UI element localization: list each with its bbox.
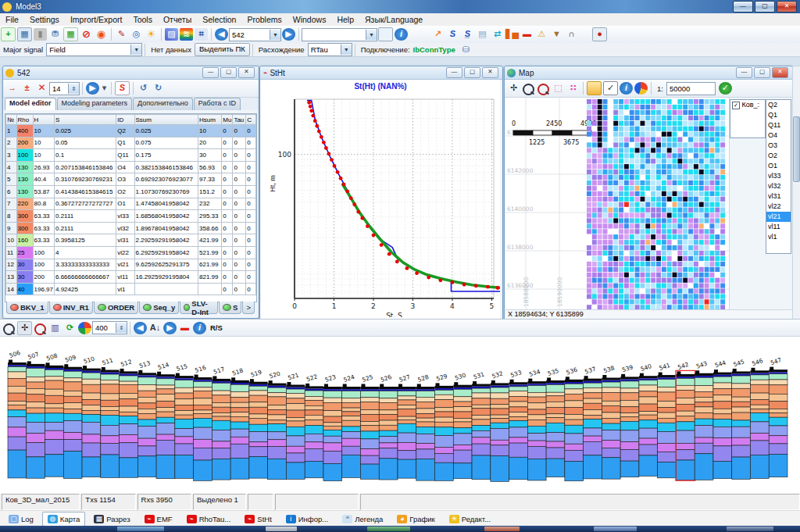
- maximize-button[interactable]: ▢: [220, 67, 237, 78]
- table-cell[interactable]: 0.025: [55, 125, 116, 137]
- table-cell[interactable]: 0: [233, 246, 246, 259]
- table-cell[interactable]: 0: [246, 149, 256, 162]
- table-cell[interactable]: [134, 283, 198, 295]
- table-cell[interactable]: 2: [6, 137, 17, 149]
- table-cell[interactable]: 621.99: [198, 259, 222, 271]
- major-signal-combobox[interactable]: Field ▼: [46, 43, 142, 56]
- table-cell[interactable]: 0: [233, 222, 246, 234]
- table-row[interactable]: 1016063.330.3958125vl312.292592919580424…: [6, 234, 256, 247]
- delete-icon[interactable]: ✕: [35, 82, 48, 95]
- map-group-item[interactable]: ✓ Ков_:: [730, 100, 765, 110]
- model-window-title-bar[interactable]: 542 — ▢ ✕: [3, 66, 259, 80]
- table-cell[interactable]: 63.33: [33, 234, 54, 247]
- taskbar-window-preview[interactable]: [117, 527, 164, 531]
- table-cell[interactable]: 0.1: [55, 149, 116, 162]
- table-cell[interactable]: 1.68568041958042: [134, 210, 198, 223]
- table-cell[interactable]: 0: [222, 234, 233, 247]
- next-model-icon[interactable]: ▶: [282, 28, 295, 41]
- table-cell[interactable]: 0: [246, 222, 256, 234]
- table-row[interactable]: 513040.40.310769230769231O30.69292307692…: [6, 173, 256, 186]
- map-layer-item-vl32[interactable]: vl32: [766, 181, 791, 191]
- section-zoom-spinner[interactable]: 400 ⇕: [92, 321, 127, 334]
- menu-item-selection[interactable]: Selection: [197, 14, 241, 25]
- swap-arrows-icon[interactable]: ⇄: [491, 28, 504, 41]
- table-cell[interactable]: vl33: [116, 210, 134, 223]
- spinner-arrows-icon[interactable]: ⇕: [68, 84, 79, 94]
- minimize-button[interactable]: —: [446, 67, 462, 78]
- table-cell[interactable]: 40.4: [33, 173, 54, 186]
- table-cell[interactable]: 521.99: [198, 246, 222, 259]
- taskbar-window-preview[interactable]: [266, 527, 297, 531]
- stop-icon[interactable]: ⊘: [80, 28, 93, 41]
- table-cell[interactable]: 0: [222, 259, 233, 271]
- table-cell[interactable]: 151.2: [198, 185, 222, 198]
- pencil-icon[interactable]: ✎: [115, 28, 128, 41]
- map-group-box[interactable]: ✓ Ков_:: [730, 99, 766, 138]
- s-table-icon[interactable]: S: [115, 81, 130, 95]
- table-cell[interactable]: 0: [246, 137, 256, 149]
- table-cell[interactable]: 0.207153846153846: [55, 161, 116, 173]
- close-button[interactable]: ✕: [772, 67, 788, 78]
- database-icon[interactable]: ⛃: [48, 28, 62, 41]
- scrollbar-thumb[interactable]: [793, 116, 800, 182]
- model-tab-0[interactable]: Model editor: [5, 98, 56, 110]
- table-cell[interactable]: O4: [116, 161, 134, 173]
- problem-tab-Seq_y[interactable]: Seq_y: [139, 302, 179, 314]
- column-header-Tau[interactable]: Tau: [233, 115, 246, 125]
- model-combobox[interactable]: 542 ▼: [229, 28, 281, 41]
- zoom-icon[interactable]: [522, 82, 535, 95]
- menu-item-help[interactable]: Help: [331, 14, 359, 25]
- table-cell[interactable]: 7: [6, 198, 17, 210]
- refresh-icon[interactable]: ⟳: [63, 322, 77, 334]
- map-layer-item-Q1[interactable]: Q1: [766, 110, 791, 120]
- table-cell[interactable]: O2: [116, 185, 134, 198]
- table-cell[interactable]: 0: [222, 222, 233, 234]
- redo-icon[interactable]: ↻: [152, 82, 165, 95]
- table-row[interactable]: 12301003.33333333333333vl219.62592625291…: [6, 259, 256, 271]
- remove-line-icon[interactable]: ▬: [178, 322, 191, 334]
- table-cell[interactable]: vl1: [116, 283, 134, 295]
- folder-icon[interactable]: [587, 81, 602, 95]
- table-cell[interactable]: vl21: [116, 259, 134, 271]
- table-cell[interactable]: 10: [33, 125, 54, 137]
- menu-item-язык-language[interactable]: Язык/Language: [359, 14, 428, 25]
- table-cell[interactable]: 1: [6, 125, 17, 137]
- divergence-combobox[interactable]: RTau ▼: [308, 43, 352, 56]
- maximize-button[interactable]: ▢: [464, 67, 480, 78]
- select-pk-button[interactable]: Выделить ПК: [195, 43, 250, 56]
- table-cell[interactable]: 0: [246, 234, 256, 247]
- problem-tab-S[interactable]: S: [219, 302, 241, 314]
- map-layer-item-vl31[interactable]: vl31: [766, 191, 791, 202]
- table-row[interactable]: 722080.80.367272727272727O11.47458041958…: [6, 198, 256, 210]
- checkbox-checked-icon[interactable]: ✓: [732, 102, 740, 109]
- table-cell[interactable]: 0: [222, 137, 233, 149]
- chevron-down-icon[interactable]: ▼: [366, 30, 377, 40]
- table-cell[interactable]: 0.382153846153846: [134, 161, 198, 173]
- table-cell[interactable]: 0: [233, 173, 246, 186]
- model-tab-2[interactable]: Дополнительно: [133, 98, 193, 110]
- rho-cell[interactable]: 220: [16, 198, 33, 210]
- table-cell[interactable]: 63.33: [33, 210, 54, 223]
- info-icon[interactable]: i: [395, 28, 408, 41]
- problem-tab-SLV-D-Int[interactable]: SLV-D-Int: [180, 302, 218, 314]
- table-cell[interactable]: 3.33333333333333: [55, 259, 116, 271]
- column-header-№[interactable]: №: [6, 115, 17, 125]
- table-cell[interactable]: 6.66666666666667: [55, 271, 116, 284]
- rho-cell[interactable]: 200: [16, 137, 33, 149]
- run-icon[interactable]: ▶: [86, 82, 99, 95]
- table-row[interactable]: 3100100.1Q110.17530000: [6, 149, 256, 162]
- menu-item-windows[interactable]: Windows: [288, 14, 332, 25]
- table-row[interactable]: 1400100.025Q20.02510000: [6, 125, 256, 137]
- layer-count-spinner[interactable]: 14 ⇕: [49, 82, 80, 95]
- columns-icon[interactable]: ▥: [48, 322, 62, 334]
- deselect-region-icon[interactable]: ∷: [566, 82, 580, 95]
- table-cell[interactable]: 0.075: [134, 137, 198, 149]
- info-icon[interactable]: i: [620, 82, 633, 95]
- table-cell[interactable]: 295.33: [198, 210, 222, 223]
- minimize-button[interactable]: —: [736, 67, 752, 78]
- table-cell[interactable]: 4: [55, 246, 116, 259]
- table-cell[interactable]: 0: [222, 161, 233, 173]
- task-button-log[interactable]: ▢Log: [3, 512, 39, 527]
- table-row[interactable]: 11251004vl226.29259291958042521.99000: [6, 246, 256, 259]
- tabs-scroll-right-button[interactable]: >: [242, 302, 255, 314]
